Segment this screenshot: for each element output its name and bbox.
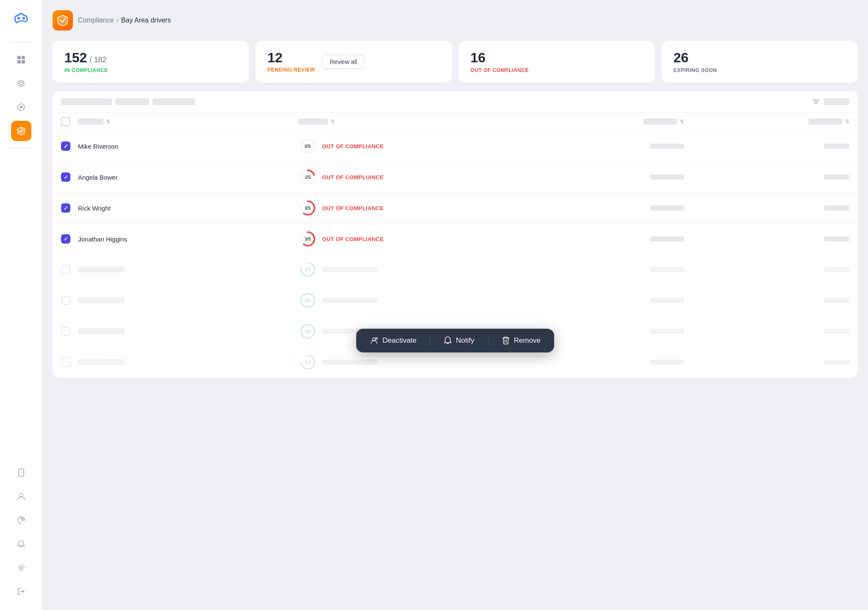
donut-chart: 6/6 <box>298 291 317 310</box>
breadcrumb-parent[interactable]: Compliance <box>78 17 114 24</box>
donut-label: 0/5 <box>305 144 311 149</box>
skel-name-text-1 <box>78 297 125 303</box>
action-bar-divider-2 <box>488 336 488 346</box>
svg-rect-3 <box>22 56 25 59</box>
row-extra2-0 <box>684 144 849 149</box>
col-header-check <box>61 117 78 126</box>
col-status-sort[interactable]: ⇅ <box>331 119 335 125</box>
skel-extra-text-2 <box>650 329 684 334</box>
row-check-1[interactable] <box>61 172 78 182</box>
filter-skeleton-1 <box>61 98 112 105</box>
svg-point-9 <box>21 475 22 476</box>
skel-name-2 <box>78 328 298 334</box>
svg-point-11 <box>20 566 22 569</box>
stat-card-expiring: 26 EXPIRING SOON <box>662 41 858 83</box>
row-checkbox-3[interactable] <box>61 234 70 244</box>
skel-extra2-text-3 <box>824 360 849 365</box>
sidebar-divider-bottom <box>8 148 33 148</box>
remove-label: Remove <box>514 336 540 345</box>
col-header-status: ⇅ <box>298 119 519 125</box>
skel-checkbox-3[interactable] <box>61 358 70 367</box>
row-checkbox-2[interactable] <box>61 203 70 213</box>
col-extra-skeleton <box>643 119 677 125</box>
row-extra2-skeleton-2 <box>824 205 849 211</box>
skel-extra2-text-2 <box>824 329 849 334</box>
skel-check-3[interactable] <box>61 358 78 367</box>
skel-checkbox-0[interactable] <box>61 265 70 274</box>
deactivate-button[interactable]: Deactivate <box>370 336 416 345</box>
row-status-1: 1/5 OUT OF COMPLIANCE <box>298 168 519 186</box>
notify-button[interactable]: Notify <box>444 336 474 345</box>
skel-status-1: 6/6 <box>298 291 519 310</box>
review-all-button[interactable]: Review all <box>322 55 365 69</box>
col-header-extra: ⇅ <box>519 119 684 125</box>
skel-checkbox-2[interactable] <box>61 327 70 336</box>
page-header-icon <box>53 10 73 30</box>
row-check-3[interactable] <box>61 234 78 244</box>
remove-button[interactable]: Remove <box>502 336 540 345</box>
row-checkbox-0[interactable] <box>61 141 70 151</box>
col-name-skeleton <box>78 119 103 125</box>
stat-card-compliance: 152 / 182 IN COMPLIANCE <box>53 41 249 83</box>
sidebar-bottom <box>11 463 31 602</box>
row-name-1: Angela Bower <box>78 174 298 181</box>
sidebar-item-circle[interactable] <box>11 97 31 117</box>
sidebar-item-user[interactable] <box>11 486 31 507</box>
row-check-2[interactable] <box>61 203 78 213</box>
skel-extra-text-0 <box>650 267 684 272</box>
notify-icon <box>444 336 452 345</box>
filter-icon[interactable] <box>812 98 820 105</box>
skel-status-3: 3/4 <box>298 353 519 372</box>
row-check-0[interactable] <box>61 141 78 151</box>
data-rows: Mike Riverson 0/5 OUT OF COMPLIANCE <box>53 131 858 254</box>
col-extra2-skeleton <box>809 119 843 125</box>
skel-extra2-3 <box>684 360 849 365</box>
sidebar-item-reports[interactable] <box>11 510 31 530</box>
table-row: Angela Bower 1/5 OUT OF COMPLIANCE <box>53 162 858 193</box>
col-extra2-sort[interactable]: ⇅ <box>845 119 849 125</box>
skel-extra-text-3 <box>650 360 684 365</box>
skel-extra2-0 <box>684 267 849 272</box>
row-extra2-skeleton-3 <box>824 236 849 241</box>
skel-check-2[interactable] <box>61 327 78 336</box>
filter-row <box>53 91 858 113</box>
skel-checkbox-1[interactable] <box>61 296 70 305</box>
col-status-skeleton <box>298 119 328 125</box>
sidebar-item-settings[interactable] <box>11 557 31 578</box>
driver-name-2: Rick Wright <box>78 205 110 212</box>
skel-check-0[interactable] <box>61 265 78 274</box>
select-all-checkbox[interactable] <box>61 117 70 126</box>
skel-status-text-1 <box>322 298 377 303</box>
row-checkbox-1[interactable] <box>61 172 70 182</box>
donut-chart: 1/5 <box>298 168 317 186</box>
skeleton-rows: 4/5 <box>53 254 858 378</box>
col-name-sort[interactable]: ⇅ <box>106 119 110 125</box>
page-header: Compliance › Bay Area drivers <box>53 10 858 30</box>
stat-out-label: OUT OF COMPLIANCE <box>470 67 643 73</box>
sidebar-item-logout[interactable] <box>11 581 31 602</box>
app-logo[interactable] <box>11 8 31 29</box>
stat-out-number: 16 <box>470 50 643 66</box>
action-bar: Deactivate Notify Remove <box>356 329 554 352</box>
skel-extra2-1 <box>684 298 849 303</box>
skel-extra2-text-1 <box>824 298 849 303</box>
col-header-extra2: ⇅ <box>684 119 849 125</box>
sidebar-item-phone[interactable] <box>11 463 31 483</box>
svg-point-1 <box>22 17 25 19</box>
col-extra-sort[interactable]: ⇅ <box>680 119 684 125</box>
sidebar-item-shield[interactable] <box>11 121 31 141</box>
skel-extra-0 <box>519 267 684 272</box>
donut-chart: 5/5 <box>298 322 317 341</box>
stats-row: 152 / 182 IN COMPLIANCE 12 PENDING REVIE… <box>53 41 858 83</box>
table-row: Mike Riverson 0/5 OUT OF COMPLIANCE <box>53 131 858 162</box>
sidebar-item-layers[interactable] <box>11 73 31 94</box>
sidebar-item-grid[interactable] <box>11 50 31 70</box>
skeleton-row: 4/5 <box>53 254 858 285</box>
row-status-0: 0/5 OUT OF COMPLIANCE <box>298 137 519 155</box>
skel-check-1[interactable] <box>61 296 78 305</box>
status-badge-0: OUT OF COMPLIANCE <box>322 143 384 150</box>
row-extra-1 <box>519 175 684 180</box>
sidebar-item-bell[interactable] <box>11 534 31 554</box>
skel-name-0 <box>78 266 298 272</box>
skel-name-text-0 <box>78 266 125 272</box>
